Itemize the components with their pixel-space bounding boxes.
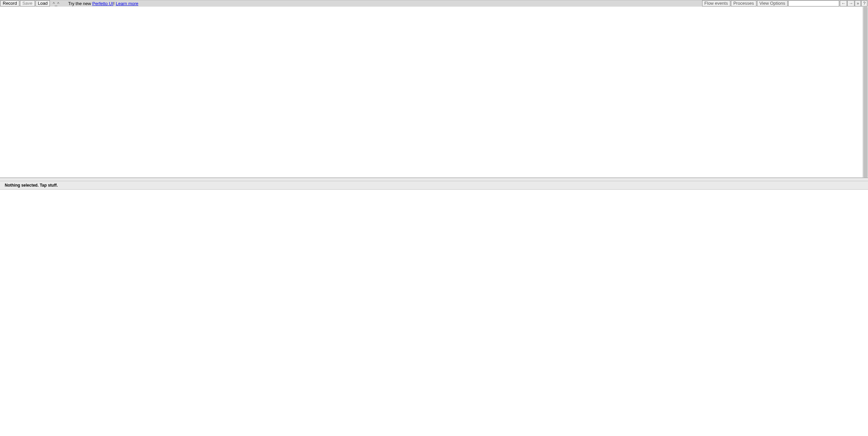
horizontal-scrollbar[interactable] [0,178,868,181]
arrow-left-icon: ← [841,1,846,6]
status-face: ^_^ [51,1,61,6]
trace-canvas[interactable] [0,7,863,177]
vertical-scrollbar-thumb[interactable] [863,7,868,177]
trace-canvas-row [0,7,868,178]
promo-middle: ! [113,1,116,6]
promo-message: Try the new Perfetto UI! Learn more [61,1,145,6]
promo-prefix: Try the new [68,1,92,6]
processes-dropdown[interactable]: Processes [731,0,756,6]
prev-button[interactable]: ← [840,0,847,6]
toolbar-right-group: Flow events Processes View Options ← → »… [702,0,868,6]
selection-empty-text: Nothing selected. Tap stuff. [5,183,58,188]
view-options-dropdown[interactable]: View Options [757,0,788,6]
arrow-right-icon: → [849,1,853,6]
vertical-scrollbar[interactable] [863,7,868,177]
overflow-icon: » [856,1,859,6]
flow-events-dropdown[interactable]: Flow events [702,0,730,6]
help-button[interactable]: ? [861,0,867,6]
save-button[interactable]: Save [20,0,35,6]
load-button[interactable]: Load [36,0,50,6]
record-button[interactable]: Record [0,0,19,6]
selection-header: Nothing selected. Tap stuff. [0,181,868,190]
learn-more-link[interactable]: Learn more [116,1,138,6]
search-input[interactable] [788,0,839,6]
top-toolbar: Record Save Load ^_^ Try the new Perfett… [0,0,868,7]
help-icon: ? [863,1,865,6]
overflow-button[interactable]: » [855,0,861,6]
next-button[interactable]: → [847,0,854,6]
perfetto-link[interactable]: Perfetto UI [92,1,113,6]
details-area [0,190,868,436]
